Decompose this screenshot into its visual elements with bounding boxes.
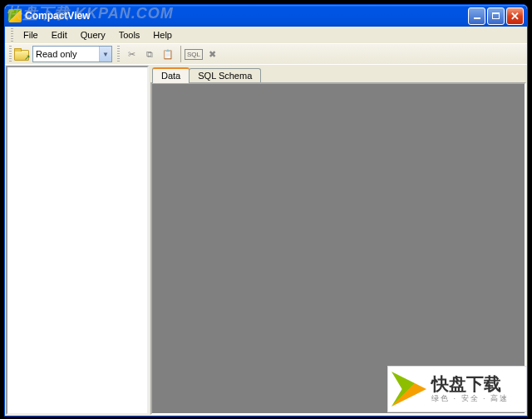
- copy-icon: ⧉: [146, 49, 153, 60]
- menu-tools[interactable]: Tools: [112, 28, 147, 42]
- window-controls: ✕: [468, 7, 524, 25]
- download-badge: 快盘下载 绿色 · 安全 · 高速: [387, 366, 527, 412]
- app-window: CompactView ✕ File Edit Query Tools Help…: [4, 4, 528, 417]
- titlebar[interactable]: CompactView ✕: [5, 5, 527, 27]
- badge-title: 快盘下载: [431, 374, 509, 393]
- minimize-button[interactable]: [468, 7, 485, 25]
- x-icon: ✖: [209, 49, 216, 60]
- dropdown-value: Read only: [36, 49, 77, 59]
- sql-icon: SQL: [185, 49, 203, 60]
- window-title: CompactView: [25, 10, 468, 22]
- clipboard-icon: 📋: [162, 49, 174, 60]
- badge-logo-icon: [392, 372, 426, 407]
- tree-sidebar[interactable]: [6, 66, 149, 415]
- cut-button[interactable]: ✂: [122, 45, 140, 63]
- open-folder-icon[interactable]: ↗: [14, 47, 29, 61]
- minimize-icon: [474, 17, 480, 19]
- main-panel: Data SQL Schema: [150, 66, 526, 415]
- content-area: Data SQL Schema: [5, 65, 527, 416]
- scissors-icon: ✂: [128, 49, 135, 60]
- paste-button[interactable]: 📋: [159, 45, 177, 63]
- toolbar: ↗ Read only ▼ ✂ ⧉ 📋 SQL ✖: [5, 43, 527, 65]
- grip-icon[interactable]: [11, 28, 13, 42]
- menu-edit[interactable]: Edit: [45, 28, 74, 42]
- badge-subtitle: 绿色 · 安全 · 高速: [431, 393, 509, 404]
- grip-icon[interactable]: [9, 46, 12, 62]
- sql-button[interactable]: SQL: [185, 45, 203, 63]
- data-grid[interactable]: [150, 82, 526, 415]
- copy-button[interactable]: ⧉: [140, 45, 159, 63]
- open-arrow-icon: ↗: [24, 53, 31, 62]
- menu-help[interactable]: Help: [146, 28, 179, 42]
- close-button[interactable]: ✕: [506, 7, 524, 25]
- menubar: File Edit Query Tools Help: [5, 27, 527, 43]
- menu-file[interactable]: File: [17, 28, 45, 42]
- tab-strip: Data SQL Schema: [150, 66, 526, 82]
- separator: [180, 46, 181, 62]
- mode-dropdown[interactable]: Read only ▼: [32, 46, 112, 62]
- tab-sql-schema[interactable]: SQL Schema: [189, 68, 261, 82]
- maximize-icon: [492, 12, 500, 19]
- chevron-down-icon[interactable]: ▼: [99, 47, 111, 62]
- tab-data[interactable]: Data: [152, 67, 190, 83]
- app-icon: [8, 9, 22, 22]
- maximize-button[interactable]: [487, 7, 505, 25]
- delete-button[interactable]: ✖: [203, 45, 221, 63]
- menu-query[interactable]: Query: [74, 28, 112, 42]
- grip-icon[interactable]: [117, 46, 120, 62]
- close-icon: ✕: [510, 11, 520, 22]
- badge-text: 快盘下载 绿色 · 安全 · 高速: [431, 374, 509, 404]
